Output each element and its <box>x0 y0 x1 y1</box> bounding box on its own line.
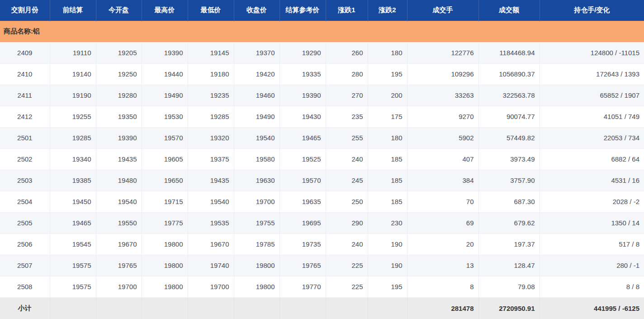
cell-close: 19785 <box>234 233 279 255</box>
cell-turnover: 57449.82 <box>478 127 540 148</box>
cell-prev-settle: 19340 <box>50 148 96 170</box>
cell-settle-ref: 19770 <box>279 276 326 297</box>
cell-open: 19280 <box>96 85 142 106</box>
cell-volume: 20 <box>407 233 478 255</box>
cell-turnover: 322563.78 <box>478 85 540 106</box>
table-row[interactable]: 2411191901928019490192351946019390270200… <box>0 85 644 106</box>
table-row[interactable]: 2505194651955019775195351975519695290230… <box>0 212 644 233</box>
cell-open: 19480 <box>96 170 142 191</box>
table-row[interactable]: 2502193401943519605193751958019525240185… <box>0 148 644 170</box>
column-header-high[interactable]: 最高价 <box>142 0 188 21</box>
cell-high: 19800 <box>142 255 188 276</box>
cell-turnover: 3973.49 <box>478 148 540 170</box>
cell-change2: 185 <box>368 148 407 170</box>
cell-low: 19235 <box>188 85 234 106</box>
cell-change1: 280 <box>326 63 368 85</box>
subtotal-empty-cell <box>279 297 326 319</box>
column-header-turnover[interactable]: 成交额 <box>478 0 540 21</box>
cell-settle-ref: 19290 <box>279 42 326 63</box>
cell-open-interest: 1350 / 14 <box>540 212 644 233</box>
cell-month: 2502 <box>0 148 50 170</box>
cell-volume: 384 <box>407 170 478 191</box>
column-header-open-interest[interactable]: 持仓手/变化 <box>540 0 644 21</box>
cell-open: 19765 <box>96 255 142 276</box>
cell-low: 19670 <box>188 233 234 255</box>
futures-quotes-screen: 交割月份前结算今开盘最高价最低价收盘价结算参考价涨跌1涨跌2成交手成交额持仓手/… <box>0 0 644 319</box>
cell-volume: 407 <box>407 148 478 170</box>
cell-turnover: 3757.90 <box>478 170 540 191</box>
column-header-month[interactable]: 交割月份 <box>0 0 50 21</box>
column-header-volume[interactable]: 成交手 <box>407 0 478 21</box>
cell-open-interest: 124800 / -11015 <box>540 42 644 63</box>
cell-high: 19715 <box>142 191 188 212</box>
table-row[interactable]: 2506195451967019800196701978519735240190… <box>0 233 644 255</box>
cell-change2: 195 <box>368 276 407 297</box>
cell-open: 19350 <box>96 106 142 127</box>
table-row[interactable]: 2503193851948019650194351963019570245185… <box>0 170 644 191</box>
cell-volume: 13 <box>407 255 478 276</box>
cell-settle-ref: 19635 <box>279 191 326 212</box>
cell-open-interest: 4531 / 16 <box>540 170 644 191</box>
cell-month: 2507 <box>0 255 50 276</box>
cell-open: 19550 <box>96 212 142 233</box>
cell-high: 19390 <box>142 42 188 63</box>
futures-table: 交割月份前结算今开盘最高价最低价收盘价结算参考价涨跌1涨跌2成交手成交额持仓手/… <box>0 0 644 319</box>
cell-month: 2503 <box>0 170 50 191</box>
cell-open: 19390 <box>96 127 142 148</box>
cell-open: 19435 <box>96 148 142 170</box>
column-header-settle-ref[interactable]: 结算参考价 <box>279 0 326 21</box>
cell-turnover: 679.62 <box>478 212 540 233</box>
column-header-low[interactable]: 最低价 <box>188 0 234 21</box>
column-header-open[interactable]: 今开盘 <box>96 0 142 21</box>
cell-settle-ref: 19430 <box>279 106 326 127</box>
subtotal-label: 小计 <box>0 297 50 319</box>
cell-open: 19205 <box>96 42 142 63</box>
column-header-close[interactable]: 收盘价 <box>234 0 279 21</box>
column-header-change1[interactable]: 涨跌1 <box>326 0 368 21</box>
table-row[interactable]: 2507195751976519800197401980019765225190… <box>0 255 644 276</box>
cell-month: 2505 <box>0 212 50 233</box>
cell-volume: 109296 <box>407 63 478 85</box>
cell-close: 19800 <box>234 255 279 276</box>
cell-prev-settle: 19450 <box>50 191 96 212</box>
cell-change1: 290 <box>326 212 368 233</box>
subtotal-turnover: 2720950.91 <box>478 297 540 319</box>
cell-change2: 175 <box>368 106 407 127</box>
subtotal-empty-cell <box>368 297 407 319</box>
cell-settle-ref: 19695 <box>279 212 326 233</box>
cell-month: 2508 <box>0 276 50 297</box>
subtotal-empty-cell <box>188 297 234 319</box>
table-row[interactable]: 2409191101920519390191451937019290260180… <box>0 42 644 63</box>
cell-open-interest: 8 / 8 <box>540 276 644 297</box>
column-header-prev-settle[interactable]: 前结算 <box>50 0 96 21</box>
cell-change2: 190 <box>368 255 407 276</box>
cell-close: 19800 <box>234 276 279 297</box>
cell-volume: 33263 <box>407 85 478 106</box>
column-header-change2[interactable]: 涨跌2 <box>368 0 407 21</box>
cell-settle-ref: 19735 <box>279 233 326 255</box>
cell-high: 19800 <box>142 276 188 297</box>
cell-close: 19580 <box>234 148 279 170</box>
cell-close: 19420 <box>234 63 279 85</box>
cell-close: 19540 <box>234 127 279 148</box>
cell-prev-settle: 19575 <box>50 255 96 276</box>
subtotal-open-interest: 441995 / -6125 <box>540 297 644 319</box>
table-row[interactable]: 2412192551935019530192851949019430235175… <box>0 106 644 127</box>
cell-volume: 122776 <box>407 42 478 63</box>
table-row[interactable]: 2410191401925019440191801942019335280195… <box>0 63 644 85</box>
cell-prev-settle: 19465 <box>50 212 96 233</box>
table-row[interactable]: 2508195751970019800197001980019770225195… <box>0 276 644 297</box>
cell-change1: 260 <box>326 42 368 63</box>
subtotal-empty-cell <box>326 297 368 319</box>
cell-month: 2504 <box>0 191 50 212</box>
subtotal-empty-cell <box>142 297 188 319</box>
cell-high: 19650 <box>142 170 188 191</box>
cell-settle-ref: 19390 <box>279 85 326 106</box>
cell-turnover: 197.37 <box>478 233 540 255</box>
commodity-name-label: 商品名称:铝 <box>0 21 644 42</box>
table-row[interactable]: 2501192851939019570193201954019465255180… <box>0 127 644 148</box>
table-row[interactable]: 2504194501954019715195401970019635250185… <box>0 191 644 212</box>
cell-open-interest: 172643 / 1393 <box>540 63 644 85</box>
cell-close: 19700 <box>234 191 279 212</box>
cell-prev-settle: 19575 <box>50 276 96 297</box>
